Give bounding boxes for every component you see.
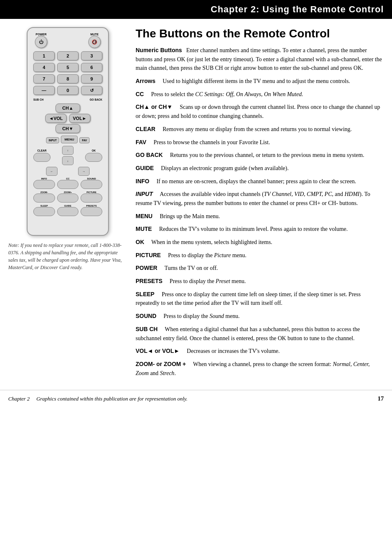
footer-chapter: Chapter 2 <box>8 396 30 402</box>
zoom-plus-button[interactable] <box>57 193 79 203</box>
fav-button[interactable]: FAV <box>79 137 89 143</box>
term-presets: PRESETS <box>136 278 162 284</box>
input-button[interactable]: INPUT <box>46 137 59 143</box>
desc-numeric: Numeric Buttons Enter channel numbers an… <box>136 46 384 73</box>
presets-italic: Preset <box>216 278 230 284</box>
desc-presets: PRESETS Press to display the Preset menu… <box>136 277 384 286</box>
term-picture: PICTURE <box>136 252 161 258</box>
term-subch: SUB CH <box>136 326 158 332</box>
picture-italic: Picture <box>214 252 231 258</box>
menu-row: INPUT MENU FAV <box>33 136 102 143</box>
btn-6[interactable]: 6 <box>81 63 102 72</box>
note-box: Note: If you need to replace your remote… <box>8 242 127 271</box>
term-arrows: Arrows <box>136 78 155 84</box>
ok-button[interactable] <box>85 153 102 162</box>
desc-power: POWER Turns the TV on or off. <box>136 264 384 273</box>
arrow-right-button[interactable]: → <box>78 167 90 176</box>
presets-button[interactable] <box>81 207 102 216</box>
desc-picture: PICTURE Press to display the Picture men… <box>136 251 384 260</box>
term-numeric: Numeric Buttons <box>136 47 182 53</box>
zoom-minus-button[interactable] <box>33 193 55 203</box>
cc-button[interactable] <box>57 180 79 189</box>
footer-disclaimer: Graphics contained within this publicati… <box>36 396 187 402</box>
btn-dash[interactable]: — <box>33 86 55 95</box>
term-power: POWER <box>136 265 157 271</box>
btn-goback-symbol[interactable]: ↺ <box>81 86 102 95</box>
term-info: INFO <box>136 178 149 184</box>
desc-fav: FAV Press to browse the channels in your… <box>136 138 384 147</box>
power-button[interactable]: ⏻ <box>35 36 47 48</box>
btn-5[interactable]: 5 <box>57 63 78 72</box>
term-ch: CH▲ or CH▼ <box>136 104 173 110</box>
term-cc: CC <box>136 91 144 97</box>
arrow-up-button[interactable]: ↑ <box>62 146 74 155</box>
vol-left-button[interactable]: ◄VOL <box>45 114 67 123</box>
vol-right-button[interactable]: VOL► <box>69 114 90 123</box>
picture-label: PICTURE <box>81 191 102 193</box>
sound-label: SOUND <box>81 177 102 180</box>
btn-1[interactable]: 1 <box>33 51 55 60</box>
zoom-picture-row: ZOOM- ZOOM+ PICTURE <box>33 191 102 203</box>
page-footer: Chapter 2 Graphics contained within this… <box>0 390 392 407</box>
picture-button[interactable] <box>81 193 102 203</box>
desc-subch: SUB CH When entering a digital channel t… <box>136 325 384 343</box>
term-ok: OK <box>136 239 144 245</box>
subch-label: SUB CH <box>33 98 44 101</box>
term-sound: SOUND <box>136 313 157 319</box>
goback-label: GO BACK <box>90 98 102 101</box>
btn-9[interactable]: 9 <box>81 74 102 83</box>
desc-input: INPUT Accesses the available video input… <box>136 190 384 207</box>
info-button[interactable] <box>33 180 55 189</box>
arrow-left-button[interactable]: ← <box>46 167 58 176</box>
input-italic1: TV Channel, VID, CMPT, PC, <box>264 191 333 197</box>
menu-button[interactable]: MENU <box>61 136 78 143</box>
btn-2[interactable]: 2 <box>57 51 78 60</box>
desc-sleep: SLEEP Press once to display the current … <box>136 290 384 308</box>
sleep-button[interactable] <box>33 207 55 216</box>
desc-goback: GO BACK Returns you to the previous chan… <box>136 151 384 160</box>
desc-vol: VOL◄ or VOL► Decreases or increases the … <box>136 347 384 356</box>
ch-down-button[interactable]: CH▼ <box>55 124 80 133</box>
cc-italic: CC Settings: Off, On Always, On When Mut… <box>195 91 303 97</box>
chapter-header: Chapter 2: Using the Remote Control <box>0 0 392 19</box>
sound-italic: Sound <box>210 313 224 319</box>
sleep-label: SLEEP <box>33 205 55 207</box>
desc-ch: CH▲ or CH▼ Scans up or down through the … <box>136 103 384 120</box>
clear-button[interactable] <box>33 153 51 162</box>
power-label: POWER <box>35 33 47 36</box>
right-column: The Buttons on the Remote Control Numeri… <box>136 27 384 382</box>
term-guide: GUIDE <box>136 165 154 171</box>
term-goback: GO BACK <box>136 152 163 158</box>
btn-7[interactable]: 7 <box>33 74 55 83</box>
mute-button[interactable]: 🔇 <box>88 36 101 48</box>
presets-label: PRESETS <box>81 205 102 207</box>
cc-label: CC <box>57 177 79 180</box>
note-text: Note: If you need to replace your remote… <box>8 242 122 270</box>
sound-button[interactable] <box>81 180 102 189</box>
remote-control: POWER ⏻ MUTE 🔇 1 2 3 4 5 6 7 8 9 — <box>27 27 109 236</box>
btn-0[interactable]: 0 <box>57 86 78 95</box>
btn-8[interactable]: 8 <box>57 74 78 83</box>
sleep-guide-presets-row: SLEEP GUIDE PRESETS <box>33 205 102 216</box>
desc-mute: MUTE Reduces the TV's volume to its mini… <box>136 225 384 234</box>
desc-arrows: Arrows Used to highlight different items… <box>136 77 384 86</box>
page-number: 17 <box>378 395 384 402</box>
info-cc-sound-row: INFO CC SOUND <box>33 177 102 189</box>
btn-4[interactable]: 4 <box>33 63 55 72</box>
ch-up-button[interactable]: CH▲ <box>55 104 80 113</box>
term-vol: VOL◄ or VOL► <box>136 348 180 354</box>
term-input: INPUT <box>136 191 153 197</box>
term-zoom: ZOOM- or ZOOM + <box>136 361 186 367</box>
arrow-down-button[interactable]: ↓ <box>62 156 74 165</box>
zoom-plus-label: ZOOM+ <box>57 191 79 193</box>
mute-label: MUTE <box>88 33 101 36</box>
desc-ok: OK When in the menu system, selects high… <box>136 238 384 247</box>
info-label: INFO <box>33 177 55 180</box>
desc-cc: CC Press to selelct the CC Settings: Off… <box>136 90 384 99</box>
term-clear: CLEAR <box>136 126 155 132</box>
ok-text: OK <box>85 149 102 152</box>
left-column: POWER ⏻ MUTE 🔇 1 2 3 4 5 6 7 8 9 — <box>8 27 127 382</box>
guide-button[interactable] <box>57 207 79 216</box>
term-menu: MENU <box>136 213 152 219</box>
btn-3[interactable]: 3 <box>81 51 102 60</box>
